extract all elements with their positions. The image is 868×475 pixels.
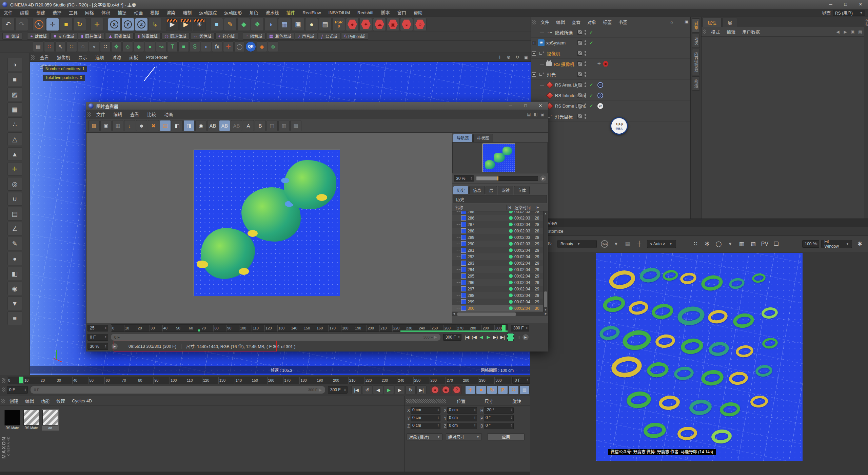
panel-grip[interactable] (2, 378, 5, 383)
scroll-right-icon[interactable]: ▶ (545, 312, 547, 315)
ab-vertical-icon[interactable]: AB (219, 120, 230, 131)
history-table[interactable]: 285 00:02:03 28 286 00:02:03 28 (452, 211, 548, 312)
rv-lock-icon[interactable] (678, 239, 689, 249)
menu-item[interactable]: 雕刻 (179, 9, 195, 17)
extrude-icon[interactable]: ■ (178, 41, 189, 52)
tracer-icon[interactable]: ↝ (156, 41, 166, 52)
object-tree-item[interactable]: RS Infinite Light ✓ ✛ ▣ ◎ ⇄ (531, 90, 690, 101)
goto-end-icon[interactable]: ▶| (416, 385, 427, 394)
timeline-playhead[interactable] (19, 377, 23, 383)
menu-item[interactable]: 运动跟踪 (195, 9, 220, 17)
menu-item[interactable]: 编辑 (16, 9, 33, 17)
radial-field[interactable]: ◐ 径向域 (215, 33, 238, 40)
panel-grip[interactable] (703, 30, 706, 34)
menu-item[interactable]: 网格 (81, 9, 98, 17)
sort-icon[interactable]: ↓ (124, 120, 135, 131)
position-field[interactable]: 0 cm (411, 415, 440, 421)
key-rotation-icon[interactable]: ↻ (487, 385, 497, 394)
weights-tool-icon[interactable]: ◉ (7, 282, 22, 295)
shader-field[interactable]: ▦ 着色器域 (266, 33, 294, 40)
navigator-preview[interactable] (452, 142, 548, 173)
object-tree-item[interactable]: 隐藏所选 ✓ ✛ ▣ ◎ ⇄ (531, 27, 690, 38)
picture-viewer-menu-item[interactable]: 文件 (92, 111, 109, 117)
picture-viewer-titlebar[interactable]: 图片查看器 ─ □ ✕ (86, 102, 548, 110)
enabled-check-icon[interactable]: ✓ (589, 93, 593, 98)
rv-copy-icon[interactable]: ❏ (771, 239, 782, 249)
xpresso-icon[interactable]: ▤ (319, 18, 332, 31)
target-tag-icon[interactable]: ◎ (597, 82, 603, 88)
selection-filter-icon[interactable]: ▼ (7, 297, 22, 310)
history-row[interactable]: 294 00:02:04 29 (452, 266, 548, 273)
side-panel-tab[interactable]: 历史 (453, 186, 469, 194)
rs-camera-icon[interactable]: ▣ (387, 18, 399, 31)
om-home-icon[interactable]: ⌂ (668, 19, 675, 24)
material-menu-item[interactable]: 功能 (37, 398, 53, 404)
pv-goto-start-icon[interactable]: |◀ (464, 334, 470, 341)
cylinder-field[interactable]: ▮ 圆柱体域 (78, 33, 104, 40)
maximize-button[interactable]: □ (838, 0, 853, 9)
menu-item[interactable]: 动画 (130, 9, 146, 17)
position-field[interactable]: 0 cm (411, 423, 440, 429)
history-row[interactable]: 300 00:02:04 30 (452, 305, 548, 311)
linear-field[interactable]: ↔ 线性域 (190, 33, 215, 40)
attr-forward-icon[interactable]: ▶ (842, 30, 849, 34)
scene-nodes-icon[interactable]: ▤ (33, 41, 43, 52)
set-a-icon[interactable]: A (243, 120, 254, 131)
pv-ram-icon[interactable]: ▯ (515, 334, 522, 341)
scale-icon[interactable]: ■ (60, 18, 73, 31)
loop-icon[interactable]: ↻ (406, 385, 416, 394)
qr-icon[interactable]: QR (245, 41, 256, 52)
maximize-button[interactable]: □ (518, 102, 533, 110)
object-tree-item[interactable]: 摄像机 ✓ ✛ ▣ ◎ ⇄ (531, 48, 690, 59)
rotation-field[interactable]: 0 ° (484, 415, 514, 421)
tab-navigator[interactable]: 导航器 (453, 134, 473, 142)
viewport-menu-item[interactable]: 选项 (91, 54, 108, 60)
object-manager-menu-item[interactable]: 对象 (584, 19, 599, 25)
autokey-icon[interactable]: ◉ (441, 385, 451, 394)
separator[interactable] (239, 33, 242, 40)
step-back-icon[interactable]: ◀ (373, 385, 383, 394)
workplane-mode-icon[interactable]: ▦ (7, 102, 22, 116)
navigator-zoom-slider[interactable] (476, 176, 538, 181)
history-row[interactable]: 296 00:02:04 29 (452, 279, 548, 286)
tab-histogram[interactable]: 柱状图 (473, 134, 493, 142)
panel-grip[interactable] (87, 112, 91, 117)
rs-light-icon[interactable]: ✦ (359, 18, 372, 31)
history-book-icon[interactable]: ▤ (160, 120, 171, 131)
matrix-icon[interactable]: ◇ (122, 41, 133, 52)
character-icon[interactable]: ☺ (268, 41, 278, 52)
ab-off-icon[interactable]: AB (231, 120, 242, 131)
timeline-range-slider[interactable]: 0 F 300 F ▶ (31, 386, 325, 394)
formula-field[interactable]: ƒ 公式域 (318, 33, 340, 40)
zoom-options-button[interactable]: ▶ (540, 175, 546, 182)
fracture-icon[interactable]: ◆ (134, 41, 144, 52)
render-settings-icon[interactable]: ✳ (193, 18, 206, 31)
apply-button[interactable]: 应用 (487, 433, 525, 440)
object-tree-item[interactable]: RS Area Light ✓ ✛ ▣ ◎ ⇄ (531, 80, 690, 90)
material-menu-item[interactable]: 编辑 (22, 398, 37, 404)
rv-region-icon[interactable]: ◯ (713, 239, 724, 249)
make-editable-icon[interactable]: ◑ (7, 58, 22, 71)
scrollbar-thumb[interactable] (457, 312, 516, 316)
menu-item[interactable]: 渲染 (163, 9, 179, 17)
history-row[interactable]: 290 00:02:03 29 (452, 241, 548, 247)
key-parameter-icon[interactable]: P (498, 385, 508, 394)
scroll-left-icon[interactable]: ◀ (453, 312, 455, 315)
separator[interactable] (206, 18, 210, 31)
visibility-dots[interactable] (585, 40, 586, 45)
axis-y-icon[interactable]: Y (121, 18, 134, 31)
snap-enable-icon[interactable]: ∪ (7, 192, 22, 206)
panel-grip[interactable] (1, 399, 5, 403)
navigator-zoom-field[interactable]: 30 % (454, 175, 474, 182)
key-scale-icon[interactable]: ■ (476, 385, 486, 394)
pen-spline-icon[interactable]: ✎ (224, 18, 237, 31)
expand-toggle[interactable] (532, 72, 536, 77)
rs-dome-light-icon[interactable]: ◒ (400, 18, 413, 31)
side-panel-tab[interactable]: 层 (486, 186, 497, 194)
camera-icon[interactable]: ▣ (292, 18, 304, 31)
object-tree-item[interactable]: 灯光 ✓ ✛ ▣ ◎ ⇄ (531, 69, 690, 80)
record-keyframe-icon[interactable]: ● (430, 385, 440, 394)
rv-rgb-arrow-icon[interactable]: ▾ (611, 239, 622, 249)
coord-system-icon[interactable]: ↳ (149, 18, 161, 31)
cone-field[interactable]: ▲ 圆锥体域 (105, 33, 134, 40)
